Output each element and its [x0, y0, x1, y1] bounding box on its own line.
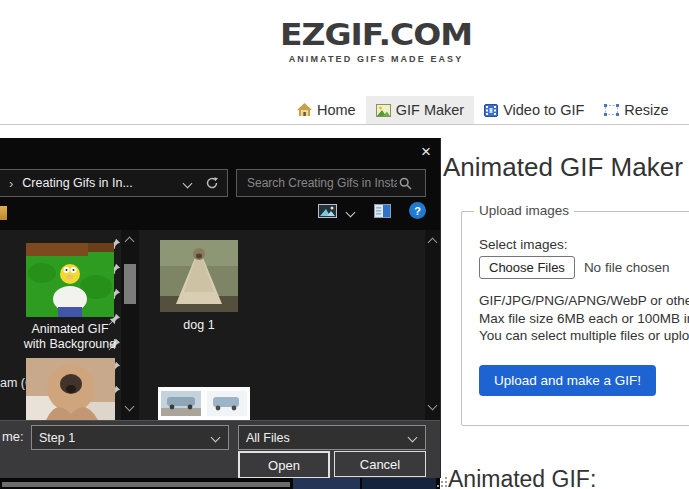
nav-label-home: Home	[317, 102, 356, 118]
file-label-line2: with Background	[8, 337, 132, 352]
nav-divider	[0, 124, 689, 125]
gif-maker-icon	[376, 104, 391, 117]
filelist-scrollbar[interactable]	[425, 230, 440, 420]
video-to-gif-icon	[484, 104, 498, 117]
preview-pane-icon[interactable]	[374, 204, 391, 218]
upload-and-make-gif-button[interactable]: Upload and make a GIF!	[479, 365, 656, 396]
taskbar-segment	[293, 478, 360, 489]
dog2-thumbnail	[26, 358, 115, 420]
file-input-row: Choose Files No file chosen	[479, 256, 669, 279]
info-line-3: You can select multiple files or upload …	[479, 327, 689, 345]
search-icon[interactable]	[399, 177, 412, 190]
resize-grip[interactable]	[437, 477, 439, 479]
taskbar-segment	[362, 478, 436, 489]
scrollbar-thumb[interactable]	[124, 264, 136, 304]
page-title: Animated GIF Maker	[443, 152, 683, 183]
file-item-cars-thumbnail[interactable]	[158, 387, 250, 420]
chevron-down-icon[interactable]	[408, 433, 418, 443]
nav-label-resize: Resize	[624, 102, 668, 118]
file-label[interactable]: Animated GIF with Background	[8, 322, 132, 351]
close-icon[interactable]: ×	[421, 143, 431, 160]
site-tagline: ANIMATED GIFS MADE EASY	[280, 54, 472, 64]
dog1-thumbnail	[160, 240, 238, 312]
dialog-body: am (G:) Animated GIF	[0, 230, 440, 420]
scroll-up-icon[interactable]	[428, 238, 438, 248]
address-bar[interactable]: › Creating Gifs in In...	[0, 169, 228, 197]
file-label-line1: dog 1	[160, 318, 238, 333]
cars-thumbnail	[158, 387, 250, 420]
file-label[interactable]: dog 1	[160, 318, 238, 333]
nav-item-crop[interactable]: Crop	[679, 96, 689, 124]
file-item-animated-gif-thumbnail[interactable]	[26, 243, 114, 317]
upload-legend: Upload images	[474, 203, 574, 218]
animated-gif-result-heading: Animated GIF:	[448, 466, 596, 489]
homer-gif-thumbnail	[26, 243, 114, 317]
no-file-chosen-text: No file chosen	[584, 260, 670, 275]
nav-label-gif-maker: GIF Maker	[396, 102, 464, 118]
resize-icon	[604, 104, 619, 116]
home-icon	[297, 103, 312, 117]
view-thumbnails-icon[interactable]	[318, 204, 337, 218]
file-item-dog2-thumbnail[interactable]	[26, 358, 115, 420]
info-line-2: Max file size 6MB each or 100MB in tota	[479, 310, 689, 328]
refresh-icon[interactable]	[205, 176, 219, 190]
taskbar-bar	[2, 482, 290, 487]
breadcrumb-path[interactable]: Creating Gifs in In...	[22, 176, 184, 190]
main-nav: Home GIF Maker Video to GIF Resize	[287, 96, 689, 124]
search-input[interactable]	[245, 175, 399, 191]
filename-combobox[interactable]	[31, 425, 229, 450]
nav-item-gif-maker[interactable]: GIF Maker	[366, 96, 474, 124]
site-logo[interactable]: EZGIF.COM	[280, 17, 472, 53]
upload-fieldset: Upload images Select images: Choose File…	[461, 211, 689, 426]
file-item-dog1-thumbnail[interactable]	[160, 240, 238, 312]
scroll-up-icon[interactable]	[125, 237, 135, 247]
choose-files-button[interactable]: Choose Files	[479, 256, 575, 279]
scroll-down-icon[interactable]	[125, 402, 135, 412]
filename-input[interactable]	[32, 430, 206, 446]
nav-label-video-to-gif: Video to GIF	[503, 102, 584, 118]
taskbar-strip	[0, 478, 440, 489]
open-button[interactable]: Open	[238, 451, 330, 479]
file-label-line1: Animated GIF	[8, 322, 132, 337]
chevron-down-icon[interactable]	[211, 433, 221, 443]
search-box	[236, 169, 426, 197]
cancel-button[interactable]: Cancel	[334, 451, 426, 477]
filetype-value: All Files	[239, 431, 409, 445]
upload-info: GIF/JPG/PNG/APNG/WebP or other ima Max f…	[479, 292, 689, 345]
breadcrumb-arrow-icon: ›	[9, 176, 13, 191]
dialog-bottom-bar: me: All Files Open Cancel	[0, 420, 440, 479]
filetype-combobox[interactable]: All Files	[238, 425, 426, 450]
help-icon[interactable]: ?	[409, 202, 426, 219]
address-dropdown-icon[interactable]	[183, 178, 193, 188]
select-images-label: Select images:	[479, 237, 568, 252]
new-folder-icon-partial[interactable]	[0, 206, 7, 220]
nav-item-home[interactable]: Home	[287, 96, 366, 124]
file-open-dialog: × › Creating Gifs in In... ?	[0, 138, 441, 478]
filename-label: me:	[2, 429, 24, 444]
scroll-down-icon[interactable]	[428, 401, 438, 411]
nav-item-resize[interactable]: Resize	[594, 96, 678, 124]
info-line-1: GIF/JPG/PNG/APNG/WebP or other ima	[479, 292, 689, 310]
nav-item-video-to-gif[interactable]: Video to GIF	[474, 96, 594, 124]
